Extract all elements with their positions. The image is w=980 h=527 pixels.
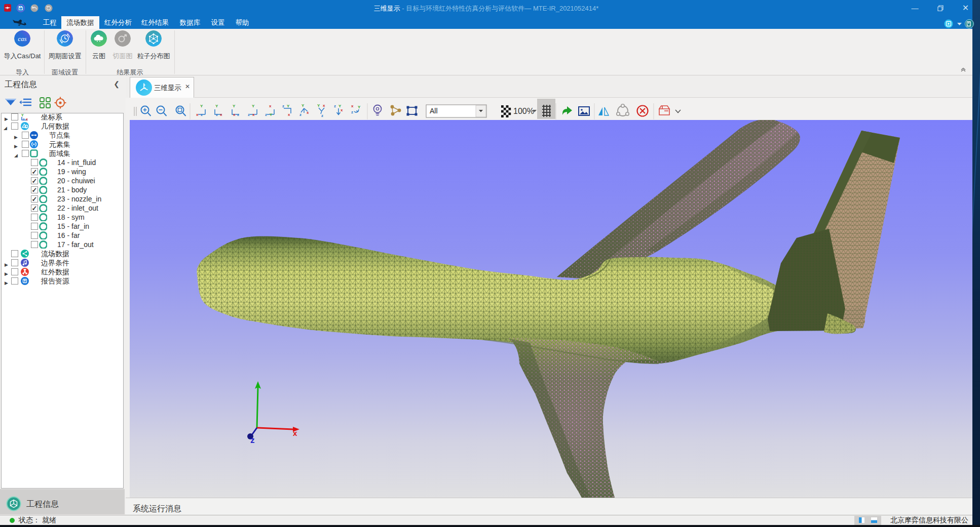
svg-text:x: x	[307, 110, 309, 115]
svg-text:z: z	[237, 112, 239, 117]
svg-text:z: z	[250, 435, 255, 445]
svg-text:z: z	[321, 113, 323, 118]
svg-text:z: z	[248, 112, 250, 117]
svg-text:Y: Y	[200, 104, 203, 108]
svg-text:x: x	[341, 108, 343, 112]
svg-text:z: z	[351, 110, 353, 114]
svg-text:z: z	[23, 117, 25, 121]
svg-text:100%: 100%	[513, 107, 534, 115]
svg-text:Y: Y	[301, 103, 305, 108]
svg-text:x: x	[323, 103, 325, 108]
svg-text:z: z	[299, 112, 301, 117]
svg-text:All: All	[430, 107, 438, 115]
svg-text:Y: Y	[215, 104, 218, 108]
svg-text:z: z	[282, 104, 284, 108]
svg-text:x: x	[252, 112, 255, 117]
svg-text:x: x	[288, 112, 290, 117]
svg-text:Y: Y	[270, 112, 273, 117]
svg-text:Y: Y	[358, 105, 361, 109]
svg-text:z: z	[201, 112, 203, 117]
svg-text:x: x	[269, 104, 272, 108]
svg-text:x: x	[293, 429, 297, 437]
svg-text:x: x	[196, 112, 199, 117]
svg-text:Y: Y	[252, 104, 255, 108]
svg-text:Y: Y	[233, 104, 236, 108]
svg-text:Y: Y	[317, 103, 320, 108]
svg-text:x: x	[351, 104, 354, 108]
svg-text:Y: Y	[287, 104, 290, 108]
svg-text:x: x	[220, 112, 222, 117]
svg-text:cas: cas	[18, 35, 26, 43]
svg-text:z: z	[216, 112, 218, 117]
svg-text:Y: Y	[21, 113, 24, 117]
svg-text:z: z	[265, 112, 267, 117]
svg-text:x: x	[26, 117, 28, 121]
svg-text:z: z	[334, 104, 336, 108]
svg-text:x: x	[233, 112, 236, 117]
